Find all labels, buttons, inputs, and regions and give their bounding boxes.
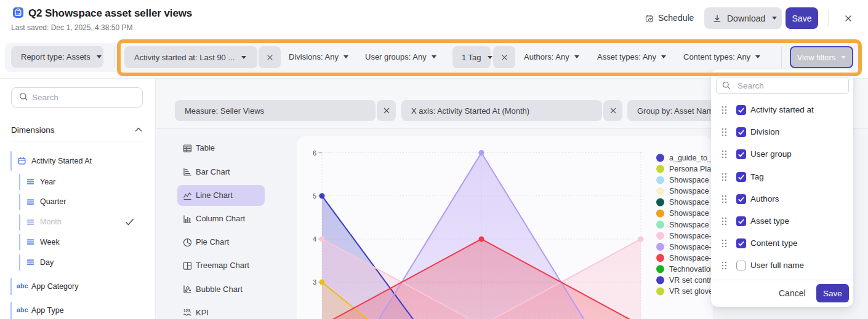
svg-text:123,: 123,	[183, 309, 191, 313]
svg-text:3: 3	[313, 278, 316, 286]
svg-text:6: 6	[313, 149, 316, 157]
svg-text:VR set gloves: VR set gloves	[669, 287, 717, 296]
svg-text:4: 4	[313, 235, 316, 243]
svg-text:5: 5	[313, 192, 316, 200]
